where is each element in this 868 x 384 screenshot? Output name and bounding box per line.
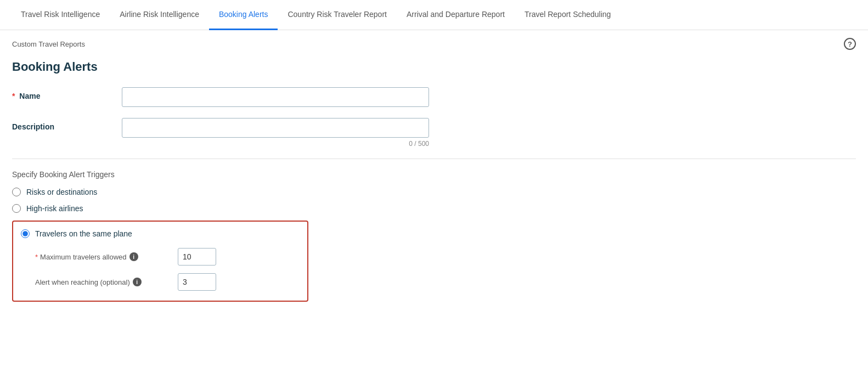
breadcrumb-bar: Custom Travel Reports ? <box>0 30 868 54</box>
radio-label-risks-destinations: Risks or destinations <box>26 188 97 196</box>
radio-label-high-risk-airlines: High-risk airlines <box>26 204 83 213</box>
max-travelers-input[interactable] <box>178 248 216 266</box>
trigger-box-same-plane: Travelers on the same plane * Maximum tr… <box>12 221 308 302</box>
name-form-row: * Name <box>12 87 856 107</box>
alert-reaching-row: Alert when reaching (optional) i <box>21 273 297 291</box>
max-travelers-row: * Maximum travelers allowed i <box>21 248 297 266</box>
page-title: Booking Alerts <box>12 60 856 74</box>
help-icon[interactable]: ? <box>844 38 856 50</box>
alert-reaching-info-icon[interactable]: i <box>133 278 142 286</box>
name-input-wrapper <box>122 87 429 107</box>
section-divider <box>12 159 856 159</box>
alert-reaching-input[interactable] <box>178 273 216 291</box>
radio-input-same-plane[interactable] <box>21 229 30 238</box>
char-count: 0 / 500 <box>122 140 429 148</box>
name-required-star: * <box>12 92 15 100</box>
tab-arrival-departure[interactable]: Arrival and Departure Report <box>397 0 515 30</box>
radio-risks-destinations[interactable]: Risks or destinations <box>12 188 856 196</box>
description-label: Description <box>12 118 122 131</box>
breadcrumb: Custom Travel Reports <box>12 40 85 48</box>
radio-label-same-plane: Travelers on the same plane <box>35 229 132 238</box>
max-travelers-label: * Maximum travelers allowed i <box>35 252 178 261</box>
tab-country-risk[interactable]: Country Risk Traveler Report <box>278 0 397 30</box>
max-travelers-required-star: * <box>35 253 38 261</box>
name-label: * Name <box>12 87 122 100</box>
max-travelers-info-icon[interactable]: i <box>129 252 138 261</box>
radio-input-risks-destinations[interactable] <box>12 188 21 196</box>
name-input[interactable] <box>122 87 429 107</box>
triggers-section-label: Specify Booking Alert Triggers <box>12 170 856 179</box>
tab-airline-risk[interactable]: Airline Risk Intelligence <box>110 0 209 30</box>
tab-travel-risk[interactable]: Travel Risk Intelligence <box>11 0 110 30</box>
alert-reaching-label: Alert when reaching (optional) i <box>35 278 178 286</box>
radio-high-risk-airlines[interactable]: High-risk airlines <box>12 204 856 213</box>
main-content: Booking Alerts * Name Description 0 / 50… <box>0 54 868 318</box>
tab-booking-alerts[interactable]: Booking Alerts <box>209 0 278 30</box>
tab-travel-scheduling[interactable]: Travel Report Scheduling <box>515 0 621 30</box>
description-input[interactable] <box>122 118 429 138</box>
description-form-row: Description 0 / 500 <box>12 118 856 148</box>
description-input-wrapper: 0 / 500 <box>122 118 429 148</box>
radio-input-high-risk-airlines[interactable] <box>12 204 21 213</box>
top-navigation: Travel Risk Intelligence Airline Risk In… <box>0 0 868 30</box>
trigger-box-header: Travelers on the same plane <box>21 229 297 238</box>
